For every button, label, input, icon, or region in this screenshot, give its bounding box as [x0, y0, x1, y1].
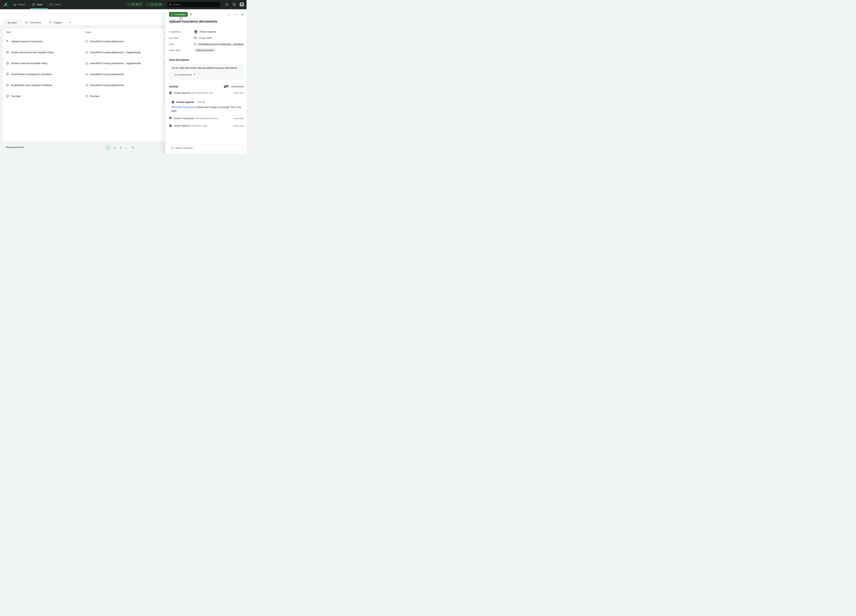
ticker-label: NPI: $0.76 [131, 3, 141, 6]
tab-label: My tasks [8, 22, 17, 24]
activity-heading: Activity [169, 85, 223, 88]
minimize-icon[interactable] [228, 13, 231, 16]
check-icon [171, 13, 173, 15]
help-icon[interactable] [232, 3, 236, 6]
due-date-value[interactable]: 13 Jan, 2025 [199, 37, 212, 39]
table-row[interactable]: Upload Insurance Documents Greenfield Cr… [3, 36, 168, 47]
trend-down-icon: ↘ [148, 3, 149, 6]
status-completed-button[interactable]: Completed [169, 12, 188, 17]
nli-ticker-badge[interactable]: ↘ NLI: $22.68 [146, 2, 164, 6]
tab-subscribed[interactable]: Subscribed [25, 20, 41, 25]
task-name: Review Email and Populate Policy [11, 62, 48, 65]
table-row[interactable]: Email Broker to Respond to Questions Gre… [3, 69, 168, 80]
case-link[interactable]: Greenfield Crossing Apartments - Supplem… [199, 43, 244, 45]
page-button-3[interactable]: 3 [119, 145, 122, 150]
global-search[interactable] [167, 2, 220, 8]
check-circle-icon [6, 62, 9, 65]
subscriber-avatar [226, 85, 229, 88]
activity-time: 5 days ago [233, 117, 244, 120]
activity-time: 5 days ago [233, 92, 244, 94]
activity-time: 5 days ago [233, 124, 244, 127]
nav-item-label: Tasks [37, 3, 43, 6]
nav-item-label: Market [18, 3, 25, 6]
activity-action: self-assigned the task [196, 117, 218, 120]
table-header: Task Case A [3, 28, 168, 36]
tab-flagged[interactable]: Flagged [49, 20, 62, 25]
comment-input-box[interactable] [169, 145, 244, 151]
folder-icon [85, 73, 88, 75]
notifications-bell-icon[interactable] [225, 3, 229, 6]
field-case: Case Greenfield Crossing Apartments - Su… [169, 41, 244, 47]
table-row[interactable]: Email Broker Non-compliant Feedback Gree… [3, 80, 168, 91]
task-name: Upload Insurance Documents [11, 40, 43, 43]
case-name[interactable]: Greenfield Crossing Apartments [90, 73, 124, 75]
case-name[interactable]: Greenfield Crossing Apartments [90, 84, 124, 87]
folder-icon [85, 84, 88, 87]
comment-card: Ashwin Agarwal 1 day ago @Dimitris Psaro… [169, 98, 244, 116]
check-circle-icon [6, 95, 9, 98]
activity-item: Ashwin Agarwal created the task 5 days a… [169, 124, 244, 128]
page-button-1[interactable]: 1 [106, 145, 111, 150]
items-count-summary: Showing 82 items [6, 146, 24, 149]
tab-my-tasks[interactable]: My tasks [3, 20, 21, 26]
nav-item-label: Cases [54, 3, 61, 6]
folder-icon [194, 43, 197, 45]
assignee-avatar [194, 30, 198, 34]
table-row[interactable]: Test task Test loan [3, 91, 168, 101]
case-name[interactable]: Greenfield Crossing Apartments [90, 40, 124, 43]
user-avatar[interactable] [240, 2, 244, 7]
ticker-label: NLI: $22.68 [151, 3, 162, 6]
activity-actor: Ashwin Agarwal [174, 124, 190, 127]
activity-action: self-assigned the task [191, 92, 213, 94]
top-nav: Market Tasks Cases ↘ NPI: $0.76 ↘ NLI: $… [0, 0, 246, 9]
npi-ticker-badge[interactable]: ↘ NPI: $0.76 [126, 2, 143, 6]
flag-icon[interactable] [190, 13, 193, 16]
assignee-name[interactable]: Ashwin Agarwal [199, 31, 216, 33]
folder-icon [85, 62, 88, 65]
tab-label: Subscribed [29, 21, 41, 24]
task-name: Test task [11, 95, 20, 98]
page-button-ellipsis[interactable]: ... [125, 145, 128, 150]
plus-icon: + [69, 21, 71, 24]
case-name[interactable]: Greenfield Crossing Apartments - Supplem… [90, 51, 140, 54]
case-name[interactable]: Greenfield Crossing Apartments - Supplem… [90, 62, 140, 65]
close-icon[interactable] [241, 13, 244, 16]
field-due-date: Due date 13 Jan, 2025 [169, 35, 244, 41]
activity-item: Dimitris Psaropoulos self-assigned the t… [169, 116, 244, 120]
add-tab-button[interactable]: + [68, 20, 72, 25]
market-chart-icon [14, 3, 17, 6]
field-label: Due date [169, 37, 194, 39]
mention-link[interactable]: @Dimitris Psaropoulos [172, 106, 196, 109]
comment-footer [165, 143, 246, 154]
case-name[interactable]: Test loan [90, 95, 100, 98]
task-detail-panel: Completed Upload insurance documents Ass… [165, 10, 246, 154]
comment-avatar [172, 100, 175, 103]
check-circle-icon [6, 84, 9, 87]
subscriber-avatars [223, 85, 229, 88]
table-row[interactable]: Review Documents and Populate Policy Gre… [3, 47, 168, 58]
activity-item: Ashwin Agarwal self-assigned the task 5 … [169, 91, 244, 95]
timeline-connector [171, 95, 171, 98]
page-button-9[interactable]: 9 [131, 145, 134, 150]
field-label: Action type [169, 49, 194, 52]
search-input[interactable] [173, 3, 218, 6]
bell-icon [25, 21, 28, 24]
activity-avatar [169, 124, 172, 127]
check-circle-icon [6, 51, 9, 54]
nav-item-cases[interactable]: Cases [50, 0, 61, 9]
action-type-chip[interactable]: Upload document [194, 48, 216, 52]
table-row[interactable]: Review Email and Populate Policy Greenfi… [3, 58, 168, 69]
app-logo-icon[interactable] [3, 2, 8, 7]
go-to-documents-button[interactable]: Go to documents [172, 72, 197, 77]
more-options-icon[interactable] [234, 13, 237, 16]
search-icon [169, 3, 172, 6]
page-button-2[interactable]: 2 [113, 145, 116, 150]
flag-icon [6, 40, 9, 43]
column-header-case: Case [85, 31, 91, 33]
field-label: Case [169, 43, 194, 45]
check-circle-icon [6, 73, 9, 75]
nav-item-market[interactable]: Market [14, 0, 25, 9]
nav-item-tasks[interactable]: Tasks [32, 0, 43, 9]
comment-input[interactable] [176, 147, 242, 149]
unsubscribe-link[interactable]: Unsubscribe [231, 85, 244, 88]
